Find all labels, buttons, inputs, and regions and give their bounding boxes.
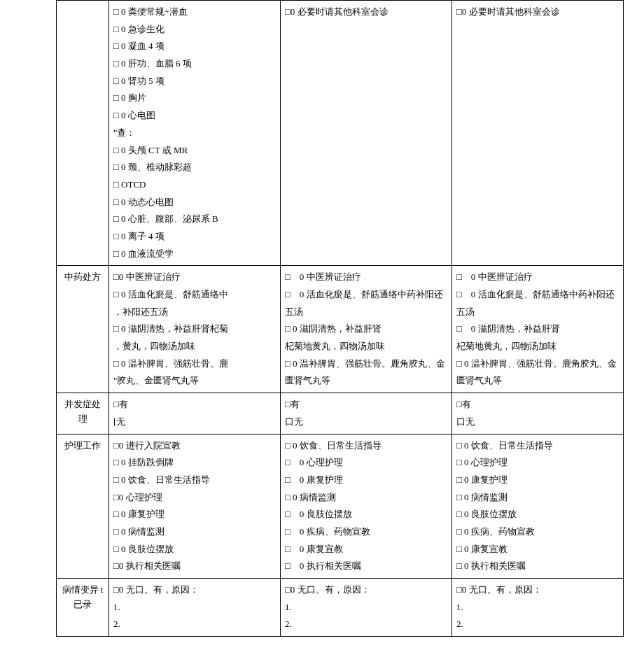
cell-line: □ 0 滋阴清热，补益肝肾 xyxy=(456,320,619,338)
row-label xyxy=(57,1,109,266)
cell-line: 口无 xyxy=(456,414,619,431)
cell-line: □ 0 饮食、日常生活指导 xyxy=(285,437,447,455)
cell-line: ，补阳还五汤 xyxy=(113,304,276,321)
cell-line: □ 0 心理护理 xyxy=(456,454,619,472)
cell-line: □ 0 病情监测 xyxy=(456,489,619,507)
cell-line: 2. xyxy=(456,616,619,633)
table-row: 并发症处理□有[无□有口无□有口无 xyxy=(57,393,624,434)
clinical-pathway-table: □ 0 粪便常规+潜血□ 0 急诊生化□ 0 凝血 4 项□ 0 肝功、血脂 6… xyxy=(56,0,624,637)
table-row: 病情变异 t 已录□0 无口。有，原因：1.2.□0 无口。有，原因：1.2.□… xyxy=(57,579,624,637)
cell-line: □ 0 颈、椎动脉彩超 xyxy=(113,159,276,176)
cell-line: □ 0 温补脾胃、强筋壮骨。鹿 xyxy=(113,355,276,373)
cell-line: ，黄丸，四物汤加味 xyxy=(113,338,276,355)
cell-col3: □ 0 饮食、日常生活指导□ 0 心理护理□ 0 康复护理□ 0 病情监测□ 0… xyxy=(452,434,624,579)
cell-col1: □0 中医辨证治疗□ 0 活血化瘀是、舒筋通络中，补阳还五汤□ 0 滋阴清热，补… xyxy=(109,266,281,393)
cell-line: □ 0 肾功 5 项 xyxy=(113,73,276,90)
table-row: 护理工作□0 进行入院宣教□ 0 挂防跌倒牌□ 0 饮食、日常生活指导□0 心理… xyxy=(57,434,624,579)
cell-line: □ OTCD xyxy=(113,176,276,194)
cell-line: □ 0 活血化瘀是、舒筋通络中药补阳还五汤 xyxy=(456,286,619,320)
cell-col3: □ 0 中医辨证治疗□ 0 活血化瘀是、舒筋通络中药补阳还五汤□ 0 滋阴清热，… xyxy=(452,266,624,393)
cell-line: □ 0 滋阴清热，补益肝肾杞菊 xyxy=(113,320,276,338)
cell-line: □0 进行入院宣教 xyxy=(113,437,276,455)
table-row: 中药处方□0 中医辨证治疗□ 0 活血化瘀是、舒筋通络中，补阳还五汤□ 0 滋阴… xyxy=(57,266,624,393)
cell-line: 口无 xyxy=(285,414,447,431)
cell-col2: □0 必要时请其他科室会诊 xyxy=(281,1,452,266)
row-label: 中药处方 xyxy=(57,266,109,393)
cell-line: □0 无口。有，原因： xyxy=(285,581,447,599)
cell-line: □ 0 疾病、药物宣教 xyxy=(285,523,447,541)
cell-line: 杞菊地黄丸，四物汤加味 xyxy=(285,338,447,355)
cell-col2: □ 0 饮食、日常生活指导□ 0 心理护理□ 0 康复护理□ 0 病情监测□ 0… xyxy=(281,434,452,579)
cell-line: □ 0 离子 4 项 xyxy=(113,228,276,246)
cell-line: □0 无口。有，原因： xyxy=(456,581,619,599)
cell-line: □ 0 活血化瘀是、舒筋通络中药补阳还五汤 xyxy=(285,286,447,320)
cell-line: 杞菊地黄丸，四物汤加味 xyxy=(456,338,619,355)
cell-line: □ 0 康复护理 xyxy=(456,472,619,489)
cell-line: □ 0 康复护理 xyxy=(285,472,447,489)
cell-col2: □ 0 中医辨证治疗□ 0 活血化瘀是、舒筋通络中药补阳还五汤□ 0 滋阴清热，… xyxy=(281,266,452,393)
row-label: 护理工作 xyxy=(57,434,109,579)
cell-line: □ 0 血液流受学 xyxy=(113,246,276,263)
cell-line: □ 0 心电图 xyxy=(113,107,276,125)
cell-line: □0 必要时请其他科室会诊 xyxy=(456,3,619,21)
cell-line: □ 0 滋阴清热，补益肝肾 xyxy=(285,320,447,338)
row-label: 病情变异 t 已录 xyxy=(57,579,109,637)
table-body: □ 0 粪便常规+潜血□ 0 急诊生化□ 0 凝血 4 项□ 0 肝功、血脂 6… xyxy=(57,1,624,637)
cell-col1: □0 无口。有，原因：1.2. xyxy=(109,579,281,637)
cell-col1: □有[无 xyxy=(109,393,281,434)
cell-line: □ 0 心脏、腹部、泌尿系 B xyxy=(113,211,276,228)
cell-line: □0 中医辨证治疗 xyxy=(113,269,276,286)
cell-line: □有 xyxy=(456,396,619,414)
cell-line: 2. xyxy=(285,616,447,633)
cell-line: □ 0 良肢位摆放 xyxy=(456,506,619,523)
row-label: 并发症处理 xyxy=(57,393,109,434)
cell-col3: □有口无 xyxy=(452,393,624,434)
cell-line: □ 0 粪便常规+潜血 xyxy=(113,3,276,21)
cell-line: □ 0 康复宣教 xyxy=(456,541,619,558)
cell-line: □0 无口。有，原因： xyxy=(113,581,276,599)
cell-line: □0 必要时请其他科室会诊 xyxy=(285,3,447,21)
cell-line: □ 0 头颅 CT 或 MR xyxy=(113,142,276,160)
cell-line: □ 0 温补脾胃、强筋壮骨。鹿角胶丸、金匮肾气丸等 xyxy=(456,355,619,390)
cell-line: 2. xyxy=(113,616,276,633)
cell-line: □ 0 执行相关医嘱 xyxy=(285,558,447,575)
cell-line: 1. xyxy=(113,599,276,616)
cell-col2: □有口无 xyxy=(281,393,452,434)
cell-line: 1. xyxy=(456,599,619,616)
cell-line: □ 0 急诊生化 xyxy=(113,21,276,38)
cell-line: 1. xyxy=(285,599,447,616)
cell-col3: □0 必要时请其他科室会诊 xyxy=(452,1,624,266)
cell-line: □0 执行相关医嘱 xyxy=(113,558,276,575)
cell-line: □ 0 良肢位摆放 xyxy=(113,541,276,558)
cell-line: □ 0 活血化瘀是、舒筋通络中 xyxy=(113,286,276,304)
cell-line: □ 0 挂防跌倒牌 xyxy=(113,454,276,472)
table-row: □ 0 粪便常规+潜血□ 0 急诊生化□ 0 凝血 4 项□ 0 肝功、血脂 6… xyxy=(57,1,624,266)
cell-line: □ 0 执行相关医嘱 xyxy=(456,558,619,575)
cell-line: □ 0 动态心电图 xyxy=(113,194,276,211)
cell-line: □ 0 凝血 4 项 xyxy=(113,38,276,55)
cell-line: □ 0 病情监测 xyxy=(285,489,447,507)
cell-line: □ 0 良肢位摆放 xyxy=(285,506,447,523)
cell-line: "查： xyxy=(113,125,276,142)
document-page: □ 0 粪便常规+潜血□ 0 急诊生化□ 0 凝血 4 项□ 0 肝功、血脂 6… xyxy=(0,0,644,637)
cell-col3: □0 无口。有，原因：1.2. xyxy=(452,579,624,637)
cell-line: "胶丸、金匮肾气丸等 xyxy=(113,372,276,390)
cell-line: □ 0 胸片 xyxy=(113,90,276,107)
cell-line: □ 0 病情监测 xyxy=(113,523,276,541)
cell-line: □ 0 中医辨证治疗 xyxy=(456,269,619,286)
cell-line: □ 0 疾病、药物宣教 xyxy=(456,523,619,541)
cell-col2: □0 无口。有，原因：1.2. xyxy=(281,579,452,637)
cell-line: □有 xyxy=(113,396,276,414)
cell-line: □ 0 中医辨证治疗 xyxy=(285,269,447,286)
cell-line: □ 0 温补脾胃、强筋壮骨。鹿角胶丸、金匮肾气丸等 xyxy=(285,355,447,390)
cell-line: □ 0 心理护理 xyxy=(285,454,447,472)
cell-line: □ 0 饮食、日常生活指导 xyxy=(456,437,619,455)
cell-line: □ 0 康复宣教 xyxy=(285,541,447,558)
cell-line: [无 xyxy=(113,414,276,431)
cell-line: □ 0 康复护理 xyxy=(113,506,276,523)
cell-line: □有 xyxy=(285,396,447,414)
cell-line: □0 心理护理 xyxy=(113,489,276,507)
cell-line: □ 0 饮食、日常生活指导 xyxy=(113,472,276,489)
cell-line: □ 0 肝功、血脂 6 项 xyxy=(113,55,276,73)
cell-col1: □0 进行入院宣教□ 0 挂防跌倒牌□ 0 饮食、日常生活指导□0 心理护理□ … xyxy=(109,434,281,579)
